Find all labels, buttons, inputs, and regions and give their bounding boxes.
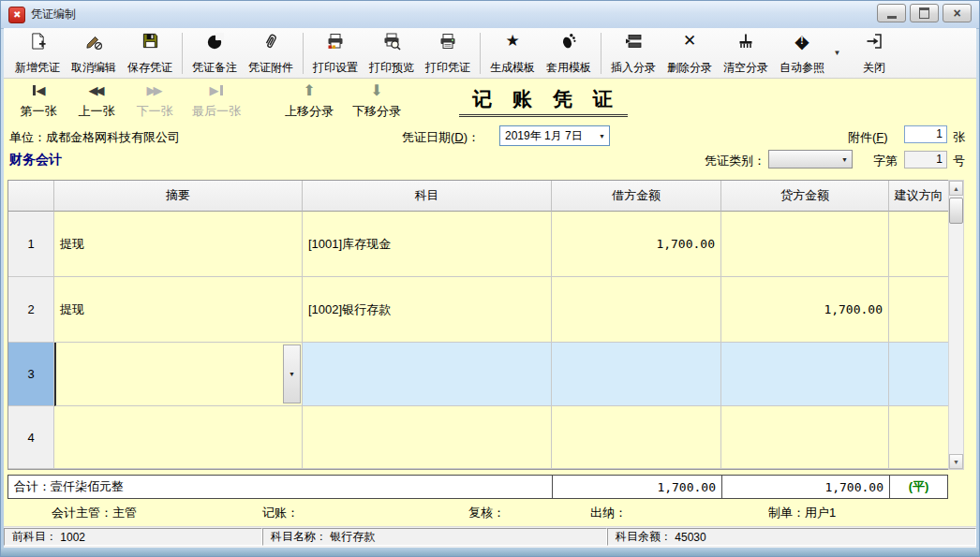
direction-cell[interactable]: [889, 343, 949, 406]
minimize-button[interactable]: [877, 4, 906, 22]
toolbar-separator: [182, 33, 183, 74]
cancel-edit-button[interactable]: 取消编辑: [66, 30, 122, 77]
generate-template-button[interactable]: ★ 生成模板: [484, 30, 541, 77]
signature-cashier: 出纳：: [590, 505, 627, 521]
voucher-attachment-icon: [260, 31, 281, 51]
next-page-icon: ▶▶: [147, 83, 163, 97]
auto-reference-icon: ◆!: [792, 31, 812, 51]
last-page-icon: ▶: [210, 83, 224, 97]
voucher-date-combobox[interactable]: 2019年 1月 7日 ▼: [499, 125, 610, 146]
scrollbar-thumb[interactable]: [949, 198, 963, 224]
credit-cell[interactable]: [721, 343, 889, 406]
voucher-type-combobox[interactable]: ▼: [768, 150, 853, 169]
summary-cell[interactable]: 提现: [54, 212, 303, 277]
summary-cell-editing[interactable]: ▼: [54, 343, 303, 406]
direction-cell[interactable]: [889, 277, 949, 343]
print-voucher-button[interactable]: 打印凭证: [420, 30, 476, 77]
entry-grid: 摘要 科目 借方金额 贷方金额 建议方向 1 提现 [1001]库存现金 1,7…: [7, 180, 950, 470]
status-prev-account: 前科目： 1002: [4, 528, 262, 546]
save-voucher-button[interactable]: 保存凭证: [122, 30, 178, 77]
first-page-icon: ◀: [32, 83, 46, 97]
auto-reference-button[interactable]: ◆! 自动参照: [774, 30, 830, 77]
status-account-name: 科目名称： 银行存款: [262, 528, 607, 546]
new-voucher-button[interactable]: 新增凭证: [9, 30, 66, 77]
signature-chief-accountant: 会计主管：主管: [52, 505, 137, 521]
unit-label: 单位：成都金格网科技有限公司: [9, 129, 180, 146]
voucher-form: ◀ 第一张 ◀◀ 上一张 ▶▶ 下一张 ▶ 最后一张 ⬆ 上移分录 ⬇ 下移分录…: [4, 79, 976, 526]
voucher-no-field[interactable]: 1: [904, 151, 947, 169]
summary-dropdown-button[interactable]: ▼: [283, 344, 301, 403]
credit-cell[interactable]: [721, 212, 889, 277]
apply-template-button[interactable]: 套用模板: [541, 30, 597, 77]
close-icon: ×: [953, 7, 960, 20]
account-cell[interactable]: [303, 343, 552, 406]
move-entry-up-button[interactable]: ⬆ 上移分录: [275, 81, 343, 120]
debit-cell[interactable]: [552, 343, 721, 406]
signature-reviewer: 复核：: [468, 505, 505, 521]
last-voucher-button[interactable]: ▶ 最后一张: [184, 81, 249, 120]
voucher-attachment-button[interactable]: 凭证附件: [243, 30, 299, 77]
close-button[interactable]: ×: [943, 4, 972, 22]
restore-icon: [919, 7, 929, 19]
debit-cell[interactable]: [552, 277, 721, 343]
clear-entries-icon: [735, 31, 756, 51]
print-voucher-icon: [438, 31, 458, 51]
toolbar-separator: [480, 33, 481, 74]
debit-cell[interactable]: [552, 406, 721, 469]
move-entry-down-button[interactable]: ⬇ 下移分录: [343, 81, 410, 120]
first-voucher-button[interactable]: ◀ 第一张: [9, 81, 67, 120]
credit-cell[interactable]: [721, 406, 889, 469]
signature-row: 会计主管：主管 记账： 复核： 出纳： 制单：用户1: [4, 501, 976, 525]
next-voucher-button[interactable]: ▶▶ 下一张: [126, 81, 184, 120]
voucher-no-label: 字第: [873, 153, 898, 169]
header-rownum: [8, 181, 54, 212]
signature-preparer: 制单：用户1: [768, 505, 836, 521]
account-cell[interactable]: [1002]银行存款: [303, 277, 552, 343]
debit-cell[interactable]: 1,700.00: [552, 212, 721, 277]
window-title: 凭证编制: [31, 7, 76, 22]
print-settings-button[interactable]: 打印设置: [307, 30, 364, 77]
summary-cell[interactable]: [54, 406, 303, 469]
row-number[interactable]: 2: [8, 277, 54, 343]
scroll-down-icon[interactable]: ▼: [949, 454, 963, 469]
print-preview-button[interactable]: 打印预览: [364, 30, 420, 77]
account-cell[interactable]: [1001]库存现金: [303, 212, 552, 277]
balance-indicator: (平): [889, 476, 947, 498]
delete-entry-button[interactable]: ✕ 删除分录: [661, 30, 718, 77]
auto-reference-dropdown[interactable]: ▼: [830, 34, 844, 73]
direction-cell[interactable]: [889, 212, 949, 277]
scroll-up-icon[interactable]: ▲: [949, 181, 963, 196]
voucher-title: 记 账 凭 证: [403, 86, 684, 117]
status-bar: 前科目： 1002 科目名称： 银行存款 科目余额： 45030: [4, 526, 976, 549]
save-voucher-icon: [140, 31, 160, 51]
account-cell[interactable]: [303, 406, 552, 469]
credit-cell[interactable]: 1,700.00: [721, 277, 889, 343]
row-number-selected[interactable]: 3: [8, 343, 54, 406]
prev-page-icon: ◀◀: [89, 83, 105, 97]
header-account: 科目: [303, 181, 552, 212]
insert-entry-button[interactable]: 插入分录: [605, 30, 661, 77]
move-down-icon: ⬇: [370, 83, 382, 97]
row-number[interactable]: 4: [8, 406, 54, 469]
chevron-down-icon[interactable]: ▼: [841, 156, 852, 163]
row-number[interactable]: 1: [8, 212, 54, 277]
attachment-label: 附件(F): [848, 129, 888, 146]
signature-bookkeeper: 记账：: [262, 505, 299, 521]
voucher-note-icon: [204, 31, 225, 51]
attachment-count-field[interactable]: 1: [904, 125, 947, 143]
direction-cell[interactable]: [889, 406, 949, 469]
totals-debit: 1,700.00: [552, 476, 721, 498]
totals-credit: 1,700.00: [721, 476, 889, 498]
summary-cell[interactable]: 提现: [54, 277, 303, 343]
clear-entries-button[interactable]: 清空分录: [718, 30, 774, 77]
voucher-date-label: 凭证日期(D)：: [402, 129, 480, 146]
voucher-note-button[interactable]: 凭证备注: [186, 30, 243, 77]
titlebar: ✚ 凭证编制 ×: [1, 1, 979, 29]
toolbar-separator: [601, 33, 601, 74]
minimize-icon: [887, 16, 897, 19]
close-voucher-button[interactable]: 关闭: [857, 30, 891, 77]
grid-vertical-scrollbar[interactable]: ▲ ▼: [948, 180, 964, 470]
chevron-down-icon[interactable]: ▼: [599, 133, 609, 139]
prev-voucher-button[interactable]: ◀◀ 上一张: [67, 81, 126, 120]
restore-button[interactable]: [910, 4, 939, 22]
